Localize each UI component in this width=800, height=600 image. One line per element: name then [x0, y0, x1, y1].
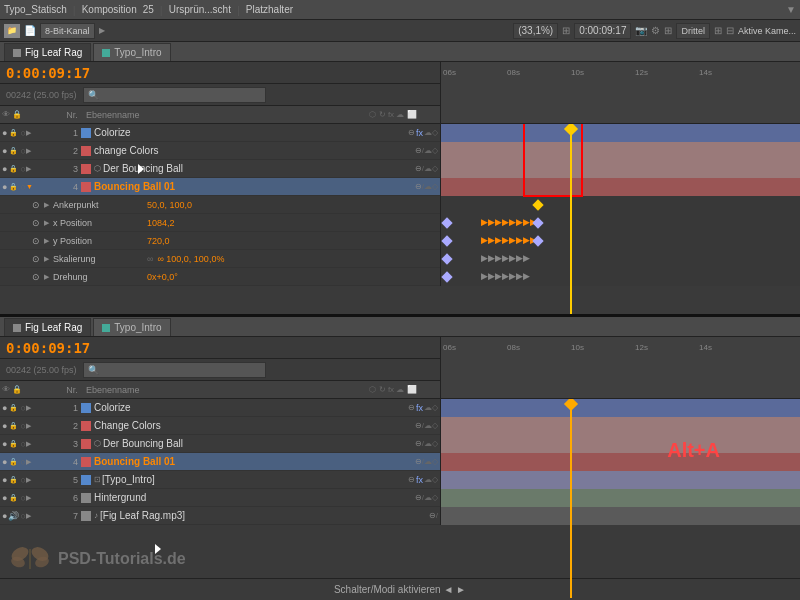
panel1-tab-figleaf[interactable]: Fig Leaf Rag — [4, 43, 91, 61]
p2-l7-speaker[interactable]: 🔊 — [8, 511, 19, 521]
p2-l4-reset[interactable]: ⊖ — [415, 457, 422, 466]
layer4-expand[interactable]: ▼ — [26, 183, 33, 190]
ypos-expand[interactable]: ▶ — [44, 237, 49, 245]
view-icon2[interactable]: ⊟ — [726, 25, 734, 36]
panel1-tab-typo[interactable]: Typo_Intro — [93, 43, 170, 61]
layer4-vis[interactable]: ● — [2, 182, 7, 192]
layer2-lock[interactable]: 🔒 — [9, 147, 18, 155]
p2-l1-reset[interactable]: ⊖ — [408, 403, 415, 412]
settings-icon[interactable]: ⚙ — [651, 25, 660, 36]
layer1-quality[interactable]: ◇ — [432, 128, 438, 137]
p2-l6-lock[interactable]: 🔒 — [9, 494, 18, 502]
p2-l5-quality[interactable]: ◇ — [432, 475, 438, 484]
layer1-reset[interactable]: ⊖ — [408, 128, 415, 137]
p2-layer-2-row[interactable]: ● 🔒 ○ ▶ 2 Change Colors ⊖ / ☁ ◇ — [0, 417, 800, 435]
layer3-expand[interactable]: ▶ — [26, 165, 31, 173]
p2-l3-quality[interactable]: ◇ — [432, 439, 438, 448]
scroll-right-btn[interactable]: ▼ — [786, 4, 796, 15]
layer4-lock[interactable]: 🔒 — [9, 183, 18, 191]
p2-l5-expand[interactable]: ▶ — [26, 476, 31, 484]
p2-l2-reset[interactable]: ⊖ — [415, 421, 422, 430]
p2-l3-blend[interactable]: ☁ — [424, 439, 432, 448]
p2-l7-expand[interactable]: ▶ — [26, 512, 31, 520]
layer3-lock[interactable]: 🔒 — [9, 165, 18, 173]
p2-l5-vis[interactable]: ● — [2, 475, 7, 485]
p2-l7-reset[interactable]: ⊖ — [429, 511, 436, 520]
p2-l5-reset[interactable]: ⊖ — [408, 475, 415, 484]
p2-l3-vis[interactable]: ● — [2, 439, 7, 449]
p2-l1-fx[interactable]: fx — [416, 403, 423, 413]
p2-l3-expand[interactable]: ▶ — [26, 440, 31, 448]
layer2-vis[interactable]: ● — [2, 146, 7, 156]
layer2-reset[interactable]: ⊖ — [415, 146, 422, 155]
layer-4-row[interactable]: ● 🔒 ○ ▼ 4 Bouncing Ball 01 ⊖ / ☁ ◇ — [0, 178, 800, 196]
layer4-blend[interactable]: ☁ — [424, 182, 432, 191]
p2-layer-1-row[interactable]: ● 🔒 ○ ▶ 1 Colorize ⊖ fx ☁ ◇ — [0, 399, 800, 417]
p2-l2-expand[interactable]: ▶ — [26, 422, 31, 430]
p2-l4-quality[interactable]: ◇ — [432, 457, 438, 466]
p2-l2-vis[interactable]: ● — [2, 421, 7, 431]
layer2-blend[interactable]: ☁ — [424, 146, 432, 155]
zoom-display[interactable]: (33,1%) — [513, 23, 558, 39]
layer4-quality[interactable]: ◇ — [432, 182, 438, 191]
layer4-reset[interactable]: ⊖ — [415, 182, 422, 191]
p2-l2-blend[interactable]: ☁ — [424, 421, 432, 430]
p2-layer-4-row[interactable]: ● 🔒 ○ ▶ 4 Bouncing Ball 01 ⊖ / ☁ ◇ — [0, 453, 800, 471]
panel2-search-input[interactable] — [101, 365, 261, 375]
folder-icon[interactable]: 📁 — [4, 24, 20, 38]
p2-l1-lock[interactable]: 🔒 — [9, 404, 18, 412]
p2-l5-blend[interactable]: ☁ — [424, 475, 432, 484]
camera-icon[interactable]: 📷 — [635, 25, 647, 36]
p2-l1-quality[interactable]: ◇ — [432, 403, 438, 412]
p2-l1-blend[interactable]: ☁ — [424, 403, 432, 412]
p2-l2-quality[interactable]: ◇ — [432, 421, 438, 430]
view-options-icon[interactable]: ⊞ — [714, 25, 722, 36]
layer2-expand[interactable]: ▶ — [26, 147, 31, 155]
layer3-blend[interactable]: ☁ — [424, 164, 432, 173]
timecode-toolbar[interactable]: 0:00:09:17 — [574, 23, 631, 39]
p2-l6-expand[interactable]: ▶ — [26, 494, 31, 502]
p2-l6-blend[interactable]: ☁ — [424, 493, 432, 502]
layer1-expand[interactable]: ▶ — [26, 129, 31, 137]
grid-icon[interactable]: ⊞ — [664, 25, 672, 36]
p2-layer-3-row[interactable]: ● 🔒 ○ ▶ 3 ⬡ Der Bouncing Ball ⊖ / ☁ ◇ — [0, 435, 800, 453]
p2-l2-lock[interactable]: 🔒 — [9, 422, 18, 430]
panel1-search-input[interactable] — [101, 90, 261, 100]
aktive-kamera[interactable]: Aktive Kame... — [738, 26, 796, 36]
layer3-vis[interactable]: ● — [2, 164, 7, 174]
p2-l3-reset[interactable]: ⊖ — [415, 439, 422, 448]
file-icon[interactable]: 📄 — [24, 25, 36, 36]
layer-2-row[interactable]: ● 🔒 ○ ▶ 2 change Colors ⊖ / ☁ ◇ — [0, 142, 800, 160]
layer1-blend[interactable]: ☁ — [424, 128, 432, 137]
layer1-fx[interactable]: fx — [416, 128, 423, 138]
p2-l7-vis[interactable]: ● — [2, 511, 7, 521]
ankerpunkt-expand[interactable]: ▶ — [44, 201, 49, 209]
fit-icon[interactable]: ⊞ — [562, 25, 570, 36]
layer2-quality[interactable]: ◇ — [432, 146, 438, 155]
rotation-expand[interactable]: ▶ — [44, 273, 49, 281]
xpos-expand[interactable]: ▶ — [44, 219, 49, 227]
p2-layer-5-row[interactable]: ● 🔒 ○ ▶ 5 ⊡ [Typo_Intro] ⊖ fx ☁ ◇ — [0, 471, 800, 489]
layer-1-row[interactable]: ● 🔒 ○ ▶ 1 Colorize ⊖ fx ☁ ◇ — [0, 124, 800, 142]
layer3-quality[interactable]: ◇ — [432, 164, 438, 173]
panel2-tab-figleaf[interactable]: Fig Leaf Rag — [4, 318, 91, 336]
scale-expand[interactable]: ▶ — [44, 255, 49, 263]
p2-l6-vis[interactable]: ● — [2, 493, 7, 503]
p2-l4-blend[interactable]: ☁ — [424, 457, 432, 466]
p2-l6-quality[interactable]: ◇ — [432, 493, 438, 502]
p2-l4-vis[interactable]: ● — [2, 457, 7, 467]
p2-layer-7-row[interactable]: ● 🔊 ○ ▶ 7 ♪ [Fig Leaf Rag.mp3] ⊖ / — [0, 507, 800, 525]
p2-l3-lock[interactable]: 🔒 — [9, 440, 18, 448]
panel2-tab-typo[interactable]: Typo_Intro — [93, 318, 170, 336]
p2-l6-reset[interactable]: ⊖ — [415, 493, 422, 502]
p2-l5-fx[interactable]: fx — [416, 475, 423, 485]
layer-3-row[interactable]: ● 🔒 ○ ▶ 3 ⬡ Der Bouncing Ball ⊖ / ☁ ◇ — [0, 160, 800, 178]
p2-l5-lock[interactable]: 🔒 — [9, 476, 18, 484]
layer1-lock[interactable]: 🔒 — [9, 129, 18, 137]
p2-l4-lock[interactable]: 🔒 — [9, 458, 18, 466]
p2-l1-expand[interactable]: ▶ — [26, 404, 31, 412]
layer1-vis[interactable]: ● — [2, 128, 7, 138]
p2-l4-expand[interactable]: ▶ — [26, 458, 31, 466]
bit-depth-btn[interactable]: 8-Bit-Kanal — [40, 23, 95, 39]
p2-l1-vis[interactable]: ● — [2, 403, 7, 413]
